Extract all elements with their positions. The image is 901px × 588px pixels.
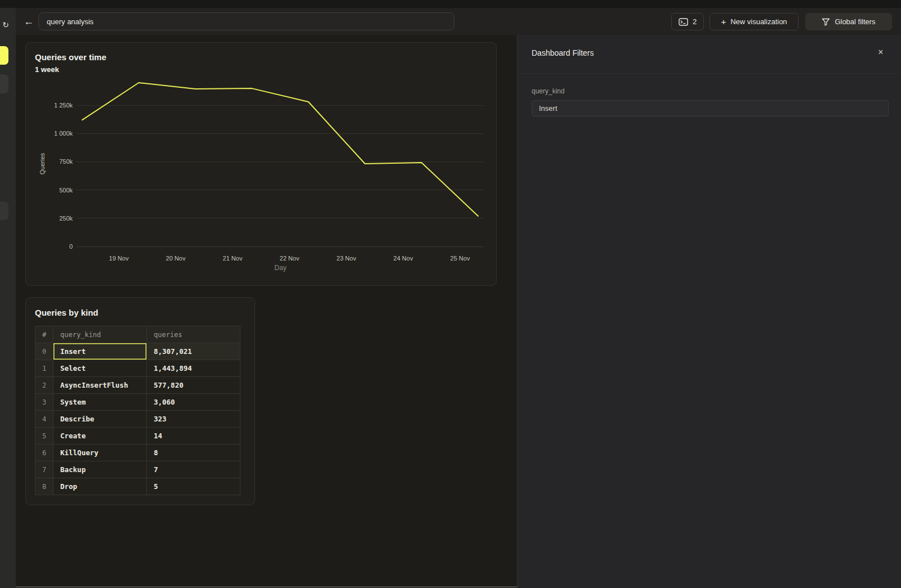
x-tick-label: 25 Nov: [450, 255, 470, 262]
x-tick-label: 22 Nov: [280, 255, 300, 262]
y-tick-label: 0: [69, 243, 73, 250]
queries-count-cell[interactable]: 3,060: [147, 394, 240, 411]
x-tick-label: 21 Nov: [223, 255, 243, 262]
window-top-strip: [0, 0, 901, 8]
y-tick-label: 250k: [59, 215, 73, 222]
row-index-cell: 7: [35, 461, 53, 478]
queries-count-cell[interactable]: 323: [147, 411, 240, 428]
table-title: Queries by kind: [35, 308, 99, 317]
sql-console-button[interactable]: 2: [671, 13, 704, 30]
sidebar-item-active-dashboard[interactable]: [0, 46, 8, 65]
y-tick-label: 1 000k: [54, 130, 73, 137]
query-kind-cell[interactable]: Backup: [53, 461, 147, 478]
filters-panel-header: Dashboard Filters ×: [518, 35, 901, 74]
row-index-cell: 2: [35, 377, 53, 394]
top-bar: ← 2 + New visualization Global filters: [16, 8, 901, 35]
table-row: 7Backup7: [35, 461, 240, 478]
row-index-cell: 0: [35, 343, 53, 360]
table-row: 0Insert8,307,021: [35, 343, 240, 360]
filter-field-label: query_kind: [532, 87, 565, 95]
row-index-cell: 3: [35, 394, 53, 411]
table-header-row: # query_kind queries: [35, 326, 240, 343]
query-kind-cell[interactable]: Create: [53, 428, 147, 445]
x-tick-label: 20 Nov: [166, 255, 186, 262]
new-visualization-label: New visualization: [730, 17, 787, 26]
dashboard-filters-panel: Dashboard Filters × query_kind: [517, 35, 901, 588]
row-index-cell: 8: [35, 478, 53, 495]
query-kind-cell[interactable]: Drop: [53, 478, 147, 495]
query-kind-cell[interactable]: Select: [53, 360, 147, 377]
sidebar-item-3[interactable]: [0, 201, 8, 220]
x-tick-label: 24 Nov: [394, 255, 413, 262]
table-row: 5Create14: [35, 428, 240, 445]
global-filters-button[interactable]: Global filters: [805, 13, 892, 30]
x-tick-label: 23 Nov: [337, 255, 356, 262]
column-header-query-kind: query_kind: [53, 326, 147, 343]
dashboard-title-input[interactable]: [38, 12, 454, 30]
row-index-cell: 4: [35, 411, 53, 428]
table-row: 8Drop5: [35, 478, 240, 495]
column-header-queries: queries: [147, 326, 240, 343]
column-header-index: #: [35, 326, 53, 343]
x-axis-title: Day: [274, 264, 286, 272]
queries-count-cell[interactable]: 5: [147, 478, 240, 495]
refresh-icon[interactable]: ↻: [1, 20, 11, 30]
console-count-badge: 2: [693, 17, 697, 26]
queries-count-cell[interactable]: 14: [147, 428, 240, 445]
close-icon[interactable]: ×: [875, 46, 887, 59]
global-filters-label: Global filters: [835, 17, 875, 26]
back-arrow-button[interactable]: ←: [22, 15, 35, 28]
queries-table: # query_kind queries 0Insert8,307,0211Se…: [35, 326, 240, 495]
app-window: ↻ ← 2 + New visualization: [0, 0, 901, 588]
filters-panel-title: Dashboard Filters: [532, 48, 594, 57]
table-row: 6KillQuery8: [35, 445, 240, 461]
y-axis-title: Queries: [39, 152, 46, 174]
new-visualization-button[interactable]: + New visualization: [710, 13, 799, 30]
horizontal-scrollbar[interactable]: [16, 586, 517, 587]
y-tick-label: 500k: [59, 187, 73, 194]
query-count-line: [82, 83, 478, 216]
table-row: 2AsyncInsertFlush577,820: [35, 377, 240, 394]
queries-count-cell[interactable]: 8,307,021: [147, 343, 240, 360]
queries-count-cell[interactable]: 7: [147, 461, 240, 478]
query-kind-cell[interactable]: System: [53, 394, 147, 411]
sidebar-item-2[interactable]: [0, 74, 8, 93]
query-kind-cell[interactable]: AsyncInsertFlush: [53, 377, 147, 394]
query-kind-cell[interactable]: Describe: [53, 411, 147, 428]
queries-count-cell[interactable]: 1,443,894: [147, 360, 240, 377]
queries-chart: 0250k500k750k1 000k1 250k19 Nov20 Nov21 …: [26, 43, 496, 285]
queries-count-cell[interactable]: 577,820: [147, 377, 240, 394]
y-tick-label: 750k: [59, 158, 73, 165]
queries-over-time-panel: Queries over time 1 week 0250k500k750k1 …: [25, 42, 497, 286]
table-row: 3System3,060: [35, 394, 240, 411]
row-index-cell: 1: [35, 360, 53, 377]
queries-table-body: 0Insert8,307,0211Select1,443,8942AsyncIn…: [35, 343, 240, 495]
table-row: 4Describe323: [35, 411, 240, 428]
query-kind-cell[interactable]: KillQuery: [53, 445, 147, 461]
queries-by-kind-panel: Queries by kind # query_kind queries 0In…: [25, 297, 255, 505]
x-tick-label: 19 Nov: [109, 255, 129, 262]
selected-query-kind-cell[interactable]: Insert: [53, 343, 147, 360]
query-kind-filter-input[interactable]: [532, 100, 889, 116]
y-tick-label: 1 250k: [54, 102, 73, 109]
queries-count-cell[interactable]: 8: [147, 445, 240, 461]
funnel-icon: [822, 18, 830, 26]
plus-icon: +: [721, 17, 726, 26]
table-row: 1Select1,443,894: [35, 360, 240, 377]
console-icon: [679, 18, 688, 26]
dashboard-canvas: Queries over time 1 week 0250k500k750k1 …: [16, 35, 517, 588]
row-index-cell: 5: [35, 428, 53, 445]
left-sidebar: ↻: [0, 8, 16, 588]
row-index-cell: 6: [35, 445, 53, 461]
